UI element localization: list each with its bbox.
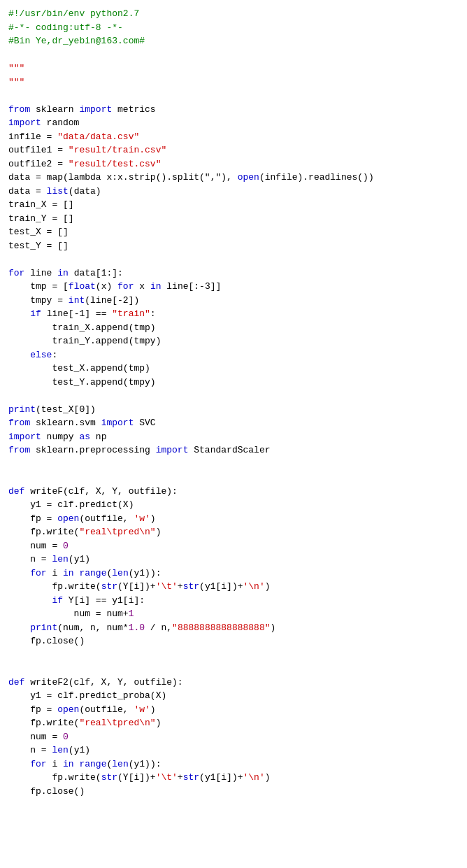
code-line — [8, 389, 459, 403]
code-token: from — [8, 104, 30, 115]
code-token: '\t' — [156, 581, 178, 592]
code-token: (Y[i])+ — [117, 772, 156, 783]
code-token: 0 — [63, 541, 69, 551]
code-line: from sklearn import metrics — [8, 103, 459, 117]
code-token: writeF2(clf, X, Y, outfile): — [24, 677, 182, 688]
code-token: tmpy = — [8, 295, 69, 306]
code-line: fp.close() — [8, 785, 459, 799]
code-line: tmp = [float(x) for x in line[:-3]] — [8, 280, 459, 294]
code-line: data = list(data) — [8, 185, 459, 199]
code-token: in — [63, 568, 74, 578]
code-token: str — [183, 772, 199, 783]
code-token: "result/test.csv" — [69, 159, 161, 169]
code-token: len — [112, 568, 128, 578]
code-line: infile = "data/data.csv" — [8, 130, 459, 144]
code-token: (outfile, — [79, 704, 134, 715]
code-token: 'w' — [134, 704, 150, 715]
code-token — [8, 308, 30, 319]
code-token: 'w' — [134, 513, 150, 524]
code-token: (num, n, num* — [57, 622, 128, 633]
code-line: y1 = clf.predict_proba(X) — [8, 689, 459, 703]
code-token: (infile).readlines()) — [259, 172, 374, 183]
code-token: y1 = clf.predict(X) — [8, 499, 134, 510]
code-line: num = num+1 — [8, 607, 459, 621]
code-token: (data) — [69, 186, 101, 197]
code-token — [8, 568, 30, 578]
code-token: in — [57, 268, 69, 278]
code-token: from — [8, 445, 30, 455]
code-token: "real\tpred\n" — [79, 527, 155, 537]
code-token: (y1)): — [129, 759, 161, 769]
code-token: str — [101, 581, 117, 592]
code-line: fp.write(str(Y[i])+'\t'+str(y1[i])+'\n') — [8, 771, 459, 785]
code-token: float — [69, 281, 96, 292]
code-token: : — [150, 308, 156, 319]
code-token: fp.close() — [8, 636, 85, 646]
code-line — [8, 252, 459, 266]
code-token: "train" — [112, 308, 150, 319]
code-token: print — [30, 622, 57, 633]
code-line: test_Y = [] — [8, 239, 459, 253]
code-token: (test_X[0]) — [36, 404, 96, 415]
code-token: (y1) — [69, 554, 90, 564]
code-token: i — [47, 759, 63, 769]
code-line — [8, 662, 459, 676]
code-token: #Bin Ye,dr_yebin@163.com# — [8, 36, 145, 46]
code-token: fp = — [8, 704, 57, 715]
code-token: import — [79, 104, 112, 115]
code-line: print(num, n, num*1.0 / n,"8888888888888… — [8, 621, 459, 635]
code-line: test_Y.append(tmpy) — [8, 376, 459, 390]
code-token: np — [90, 432, 106, 442]
code-line: train_X.append(tmp) — [8, 321, 459, 335]
code-token: if — [30, 308, 41, 319]
code-token: (x) — [96, 281, 117, 292]
code-line — [8, 457, 459, 471]
code-token: fp = — [8, 513, 57, 524]
code-token: fp.write( — [8, 772, 101, 783]
code-line: import numpy as np — [8, 430, 459, 444]
code-line: data = map(lambda x:x.strip().split(",")… — [8, 171, 459, 185]
code-token: n = — [8, 554, 52, 564]
code-line: test_X = [] — [8, 225, 459, 239]
code-token: import — [156, 445, 189, 455]
code-line: #!/usr/bin/env python2.7 — [8, 7, 459, 21]
code-line: fp.write("real\tpred\n") — [8, 525, 459, 539]
code-line: from sklearn.svm import SVC — [8, 416, 459, 430]
code-token: fp.write( — [8, 527, 79, 537]
code-token: random — [41, 118, 80, 128]
code-token: train_X.append(tmp) — [8, 322, 156, 333]
code-line: #Bin Ye,dr_yebin@163.com# — [8, 34, 459, 48]
code-line: y1 = clf.predict(X) — [8, 498, 459, 512]
code-token: 1.0 — [129, 622, 145, 633]
code-token: "8888888888888888" — [172, 622, 270, 633]
code-token: i — [47, 568, 63, 578]
code-token: + — [178, 772, 183, 783]
code-token: test_X = [] — [8, 227, 69, 237]
code-token: fp.write( — [8, 718, 79, 728]
code-token: ) — [150, 704, 156, 715]
code-line: for i in range(len(y1)): — [8, 567, 459, 581]
code-token: num = num+ — [8, 609, 129, 619]
code-token: #!/usr/bin/env python2.7 — [8, 8, 139, 19]
code-token: list — [47, 186, 69, 197]
code-token: n = — [8, 745, 52, 755]
code-line: def writeF(clf, X, Y, outfile): — [8, 485, 459, 499]
code-token: num = — [8, 541, 63, 551]
code-token: str — [101, 772, 117, 783]
code-line: fp.write("real\tpred\n") — [8, 716, 459, 730]
code-line: tmpy = int(line[-2]) — [8, 294, 459, 308]
code-token: ) — [156, 718, 161, 728]
code-token: y1 = clf.predict_proba(X) — [8, 690, 166, 701]
code-token: tmp = [ — [8, 281, 69, 292]
code-line: fp.write(str(Y[i])+'\t'+str(y1[i])+'\n') — [8, 580, 459, 594]
code-token: str — [183, 581, 199, 592]
code-token: outfile1 = — [8, 145, 69, 155]
code-line: from sklearn.preprocessing import Standa… — [8, 443, 459, 457]
code-token: (Y[i])+ — [117, 581, 156, 592]
code-line: import random — [8, 116, 459, 130]
code-token: for — [30, 568, 46, 578]
code-token: print — [8, 404, 36, 415]
code-token: sklearn — [30, 104, 79, 115]
code-token: ) — [265, 772, 271, 783]
code-token: def — [8, 486, 24, 497]
